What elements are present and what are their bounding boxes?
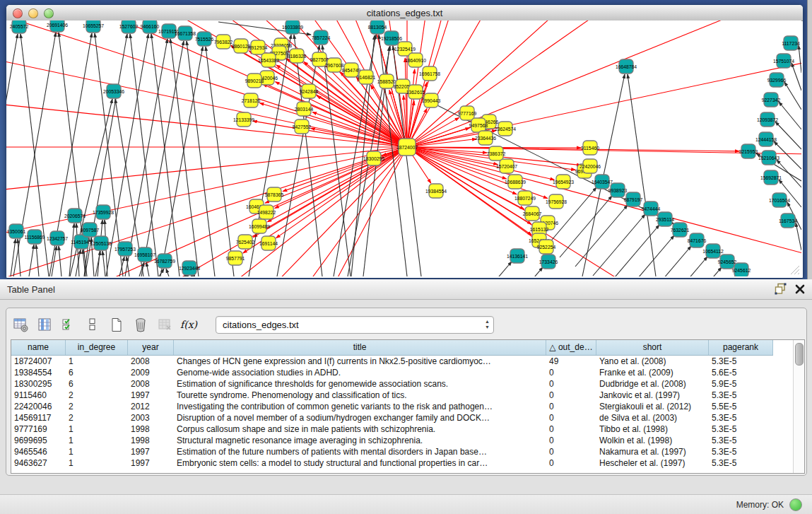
resize-grip-icon[interactable] [790, 265, 800, 275]
table-cell[interactable]: 2009 [128, 367, 174, 378]
network-graph[interactable]: 1872400724055722069140610655257152760294… [6, 21, 801, 276]
table-cell[interactable]: 22420046 [11, 401, 66, 412]
table-cell[interactable]: 5.3E-5 [709, 356, 773, 367]
graph-node[interactable]: 9497568 [469, 118, 488, 132]
table-cell[interactable]: de Silva et al. (2003) [596, 412, 709, 424]
table-settings-button[interactable] [12, 316, 29, 333]
table-cell[interactable]: 6 [66, 367, 128, 378]
graph-node[interactable]: 9252254 [537, 240, 556, 254]
graph-node[interactable]: 15751074 [773, 54, 794, 68]
graph-node[interactable]: 20691406 [47, 21, 68, 32]
graph-node[interactable]: 19384554 [425, 184, 447, 198]
graph-node[interactable]: 9245612 [732, 263, 751, 276]
table-cell[interactable]: 5.3E-5 [709, 446, 773, 457]
network-canvas[interactable]: 1872400724055722069140610655257152760294… [6, 21, 801, 276]
graph-node[interactable]: 16671358 [175, 26, 196, 40]
column-header[interactable]: pagerank [709, 340, 773, 355]
graph-node[interactable]: 1527602 [119, 21, 139, 33]
table-cell[interactable]: 2008 [128, 356, 174, 367]
table-cell[interactable]: Jankovic et al. (1997) [596, 390, 709, 401]
table-cell[interactable]: 49 [546, 356, 596, 367]
table-cell[interactable]: 1998 [128, 424, 174, 435]
float-panel-icon[interactable] [775, 283, 787, 295]
column-header[interactable]: title [174, 340, 546, 355]
column-header[interactable]: year [128, 340, 174, 355]
graph-node[interactable]: 8454749 [342, 63, 361, 77]
table-cell[interactable]: 0 [546, 390, 596, 401]
graph-node[interactable]: 9097587 [81, 223, 100, 237]
graph-node[interactable]: 2405572 [10, 21, 29, 33]
graph-node[interactable]: 16210643 [758, 151, 779, 165]
graph-node[interactable]: 8215953 [739, 144, 758, 158]
graph-node[interactable]: 9827508 [310, 52, 329, 66]
graph-node[interactable]: 18724007 [396, 139, 418, 156]
graph-node[interactable]: 1990443 [422, 93, 441, 107]
table-cell[interactable]: 1 [66, 457, 128, 469]
table-row[interactable]: 1872400712008Changes of HCN gene express… [11, 356, 804, 367]
table-cell[interactable]: 9115460 [11, 390, 66, 401]
graph-node[interactable]: 12093872 [757, 112, 778, 127]
graph-node[interactable]: 1498222 [257, 205, 276, 219]
graph-node[interactable]: 1167534 [779, 214, 797, 228]
table-cell[interactable]: 14569117 [11, 412, 66, 424]
graph-node[interactable]: 8912934 [249, 40, 268, 54]
graph-node[interactable]: 16958107 [134, 247, 155, 262]
table-cell[interactable]: 0 [546, 435, 596, 446]
table-scrollbar[interactable] [793, 340, 804, 473]
graph-node[interactable]: 7632621 [671, 223, 690, 237]
table-cell[interactable]: 1 [66, 424, 128, 435]
table-cell[interactable]: Nakamura et al. (1997) [596, 446, 709, 457]
table-cell[interactable]: Franke et al. (2009) [596, 367, 709, 378]
graph-node[interactable]: 2967608 [325, 58, 344, 72]
graph-node[interactable]: 16961758 [419, 66, 440, 81]
graph-node[interactable]: 9466160 [141, 21, 160, 33]
table-cell[interactable]: Investigating the contribution of common… [174, 401, 546, 412]
table-row[interactable]: 1938455462009Genome-wide association stu… [11, 367, 804, 378]
table-cell[interactable]: 0 [546, 378, 596, 390]
graph-node[interactable]: 11156869 [24, 230, 45, 244]
graph-node[interactable]: 16099489 [249, 219, 270, 233]
table-row[interactable]: 977716911998Corpus callosum shape and si… [11, 424, 804, 435]
graph-node[interactable]: 10719155 [158, 24, 180, 38]
table-cell[interactable]: 1998 [128, 435, 174, 446]
table-cell[interactable]: 0 [546, 367, 596, 378]
new-table-button[interactable] [108, 316, 125, 333]
graph-node[interactable]: 6879197 [624, 192, 643, 206]
graph-node[interactable]: 9115460 [581, 141, 599, 155]
table-cell[interactable]: 19384554 [11, 367, 66, 378]
graph-node[interactable]: 1117234 [782, 36, 800, 50]
table-cell[interactable]: Tourette syndrome. Phenomenology and cla… [174, 390, 546, 401]
graph-node[interactable]: 17359928 [93, 205, 114, 219]
table-cell[interactable]: 5.5E-5 [709, 401, 773, 412]
graph-node[interactable]: 14136141 [507, 249, 528, 263]
table-cell[interactable]: 5.3E-5 [709, 435, 773, 446]
column-header[interactable]: △ out_de… [546, 340, 596, 355]
table-cell[interactable]: Embryonic stem cells: a model to study s… [174, 457, 546, 469]
table-cell[interactable]: Corpus callosum shape and size in male p… [174, 424, 546, 435]
table-cell[interactable]: Wolkin et al. (1998) [596, 435, 709, 446]
table-cell[interactable]: 0 [546, 401, 596, 412]
graph-node[interactable]: 7857224 [312, 30, 331, 45]
table-cell[interactable]: 5.3E-5 [709, 390, 773, 401]
table-cell[interactable]: 1997 [128, 446, 174, 457]
table-cell[interactable]: Estimation of significance thresholds fo… [174, 378, 546, 390]
table-cell[interactable]: 1 [66, 435, 128, 446]
show-columns-button[interactable] [36, 316, 53, 333]
graph-node[interactable]: 1691144 [259, 236, 278, 250]
graph-node[interactable]: 19756928 [546, 194, 567, 209]
table-cell[interactable]: 2012 [128, 401, 174, 412]
graph-node[interactable]: 1350061 [7, 224, 26, 238]
table-cell[interactable]: 18724007 [11, 356, 66, 367]
graph-node[interactable]: 7625402 [236, 235, 255, 249]
column-header[interactable]: in_degree [66, 340, 128, 355]
table-cell[interactable]: 5.9E-5 [709, 378, 773, 390]
graph-node[interactable]: 12342757 [47, 231, 68, 245]
graph-node[interactable]: 12444158 [755, 132, 777, 146]
delete-table-button[interactable] [156, 316, 173, 333]
table-cell[interactable]: 0 [546, 446, 596, 457]
graph-node[interactable]: 9474444 [642, 201, 661, 216]
table-cell[interactable]: 5.3E-5 [709, 412, 773, 424]
select-columns-button[interactable] [60, 316, 77, 333]
table-cell[interactable]: 9463627 [11, 457, 66, 469]
graph-node[interactable]: 23624574 [495, 122, 516, 136]
